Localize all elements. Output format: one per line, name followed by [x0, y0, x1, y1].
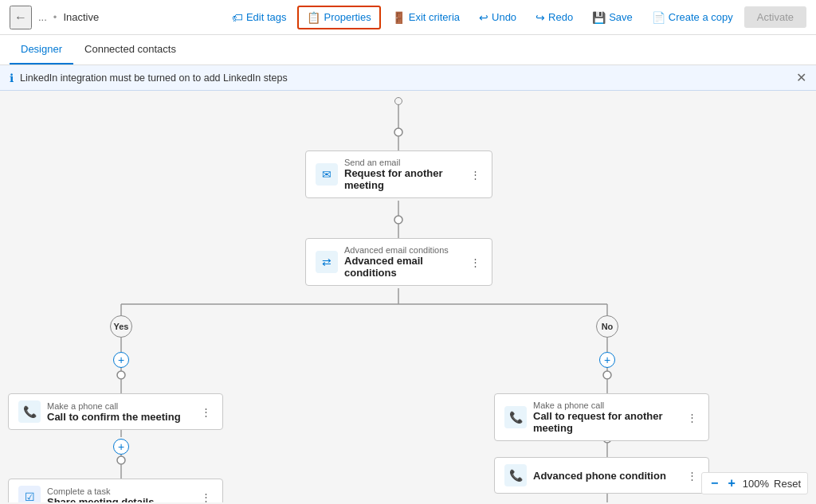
send-email-node[interactable]: ✉ Send an email Request for another meet… [305, 150, 492, 198]
call-request-menu[interactable]: ⋮ [685, 410, 699, 425]
info-bar: ℹ LinkedIn integration must be turned on… [0, 65, 816, 91]
redo-icon: ↪ [536, 11, 545, 24]
svg-point-17 [117, 456, 125, 464]
svg-point-4 [394, 216, 402, 224]
call-request-title: Call to request for another meeting [533, 410, 679, 434]
properties-button[interactable]: 📋 Properties [297, 6, 380, 29]
svg-point-1 [394, 128, 402, 136]
complete-task-title: Share meeting details [47, 496, 193, 503]
copy-icon: 📄 [652, 11, 665, 24]
advanced-email-node[interactable]: ⇄ Advanced email conditions Advanced ema… [305, 238, 492, 286]
add-button-left-2[interactable]: + [113, 439, 129, 455]
phone-icon-left: 📞 [18, 400, 41, 423]
zoom-reset-button[interactable]: Reset [774, 478, 801, 490]
call-request-label: Make a phone call [533, 400, 679, 410]
call-confirm-menu[interactable]: ⋮ [199, 404, 213, 420]
send-email-title: Request for another meeting [344, 167, 462, 191]
advanced-email-label: Advanced email conditions [344, 245, 462, 255]
advanced-phone-title: Advanced phone condition [533, 470, 679, 482]
create-copy-button[interactable]: 📄 Create a copy [644, 7, 741, 28]
send-email-label: Send an email [344, 158, 462, 167]
phone-condition-icon: 📞 [504, 464, 527, 486]
exit-criteria-button[interactable]: 🚪 Exit criteria [384, 7, 468, 28]
add-button-right[interactable]: + [599, 352, 615, 368]
info-message: LinkedIn integration must be turned on t… [20, 72, 288, 84]
back-button[interactable]: ← [10, 6, 32, 29]
top-connector-dot [394, 97, 402, 105]
info-close-button[interactable]: ✕ [796, 70, 806, 85]
undo-button[interactable]: ↩ Undo [471, 7, 524, 28]
header: ← ... • Inactive 🏷 Edit tags 📋 Propertie… [0, 0, 816, 35]
info-icon: ℹ [10, 72, 14, 84]
no-branch-right: No [596, 315, 618, 338]
call-confirm-label: Make a phone call [47, 401, 193, 411]
advanced-phone-menu[interactable]: ⋮ [685, 468, 699, 483]
call-confirm-title: Call to confirm the meeting [47, 411, 193, 423]
exit-icon: 🚪 [392, 11, 406, 24]
properties-icon: 📋 [307, 11, 320, 24]
tab-designer[interactable]: Designer [10, 35, 73, 64]
header-actions: 🏷 Edit tags 📋 Properties 🚪 Exit criteria… [224, 6, 806, 29]
call-request-node[interactable]: 📞 Make a phone call Call to request for … [494, 393, 709, 441]
phone-icon-right: 📞 [504, 406, 527, 428]
complete-task-label: Complete a task [47, 486, 193, 496]
zoom-in-button[interactable]: + [725, 476, 737, 490]
activate-button[interactable]: Activate [744, 6, 806, 28]
call-confirm-node[interactable]: 📞 Make a phone call Call to confirm the … [8, 393, 223, 430]
breadcrumb: ... [38, 11, 47, 23]
redo-button[interactable]: ↪ Redo [528, 7, 581, 28]
status-badge: Inactive [63, 11, 99, 23]
save-icon: 💾 [592, 11, 606, 24]
flow-canvas[interactable]: ✉ Send an email Request for another meet… [0, 91, 816, 502]
email-icon: ✉ [316, 163, 338, 186]
svg-point-25 [603, 371, 611, 379]
filter-icon: ⇄ [316, 251, 338, 273]
send-email-menu[interactable]: ⋮ [469, 167, 482, 182]
zoom-out-button[interactable]: − [708, 476, 720, 490]
advanced-email-title: Advanced email conditions [344, 255, 462, 279]
zoom-level: 100% [743, 478, 769, 490]
advanced-email-menu[interactable]: ⋮ [469, 255, 482, 270]
task-icon: ☑ [18, 486, 41, 502]
edit-tags-button[interactable]: 🏷 Edit tags [224, 7, 295, 28]
complete-task-node[interactable]: ☑ Complete a task Share meeting details … [8, 479, 223, 502]
yes-branch-left: Yes [110, 315, 132, 338]
tag-icon: 🏷 [232, 11, 243, 24]
svg-point-13 [117, 371, 125, 379]
zoom-controls: − + 100% Reset [701, 472, 808, 494]
tabs-bar: Designer Connected contacts [0, 35, 816, 65]
add-button-left[interactable]: + [113, 352, 129, 368]
complete-task-menu[interactable]: ⋮ [199, 490, 213, 503]
advanced-phone-node[interactable]: 📞 Advanced phone condition ⋮ [494, 457, 709, 494]
tab-connected-contacts[interactable]: Connected contacts [73, 35, 187, 64]
header-dot: • [53, 11, 57, 23]
save-button[interactable]: 💾 Save [584, 7, 641, 28]
undo-icon: ↩ [479, 11, 488, 24]
